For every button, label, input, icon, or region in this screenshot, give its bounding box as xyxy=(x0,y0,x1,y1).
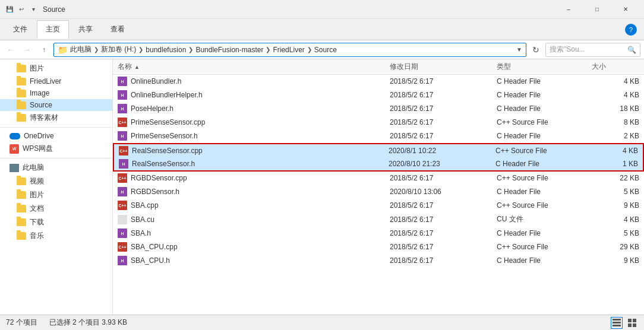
sidebar-item-onedrive[interactable]: OneDrive xyxy=(0,130,112,142)
help-button[interactable]: ? xyxy=(625,24,637,36)
pc-icon xyxy=(10,164,19,172)
sidebar: 图片 FriedLiver Image Source 博客素材 OneDrive… xyxy=(0,59,113,315)
file-icon-h: H xyxy=(118,104,127,113)
table-row[interactable]: H PrimeSenseSensor.h 2018/5/2 6:17 C Hea… xyxy=(113,129,644,143)
statusbar: 72 个项目 已选择 2 个项目 3.93 KB xyxy=(0,315,644,330)
properties-icon[interactable]: ▾ xyxy=(29,5,38,14)
file-date: 2018/5/2 6:17 xyxy=(390,229,497,237)
table-row[interactable]: H SBA_CPU.h 2018/5/2 6:17 C Header File … xyxy=(113,254,644,268)
file-date: 2018/5/2 6:17 xyxy=(390,174,497,182)
col-name[interactable]: 名称 ▲ xyxy=(118,62,390,72)
window-title: Source xyxy=(43,5,555,14)
file-name-cell: H RealSenseSensor.h xyxy=(119,159,389,169)
undo-icon[interactable]: ↩ xyxy=(17,5,26,14)
file-kind: C++ Source File xyxy=(497,201,592,210)
path-part-2[interactable]: bundlefusion xyxy=(146,46,186,54)
table-row[interactable]: C++ SBA_CPU.cpp 2018/5/2 6:17 C++ Source… xyxy=(113,240,644,254)
tab-home[interactable]: 主页 xyxy=(37,20,69,39)
path-part-4[interactable]: FriedLiver xyxy=(273,46,304,54)
sidebar-item-image[interactable]: Image xyxy=(0,87,112,99)
sidebar-item-pics[interactable]: 图片 xyxy=(0,188,112,202)
tab-view[interactable]: 查看 xyxy=(102,21,133,38)
selected-items: 已选择 2 个项目 3.93 KB xyxy=(49,318,127,328)
path-sep-4: ❯ xyxy=(307,46,312,53)
file-name-cell: C++ PrimeSenseSensor.cpp xyxy=(118,118,390,127)
table-row[interactable]: C++ PrimeSenseSensor.cpp 2018/5/2 6:17 C… xyxy=(113,116,644,129)
sidebar-item-label: OneDrive xyxy=(24,132,54,140)
file-date: 2018/5/2 6:17 xyxy=(390,118,497,126)
maximize-button[interactable]: □ xyxy=(583,0,611,19)
sidebar-item-label: 文档 xyxy=(30,204,44,214)
path-part-3[interactable]: BundleFusion-master xyxy=(195,46,263,54)
file-kind: C Header File xyxy=(497,188,592,196)
table-row[interactable]: H PoseHelper.h 2018/5/2 6:17 C Header Fi… xyxy=(113,102,644,116)
sidebar-item-blog[interactable]: 博客素材 xyxy=(0,111,112,125)
sidebar-item-downloads[interactable]: 下载 xyxy=(0,215,112,229)
sidebar-item-docs[interactable]: 文档 xyxy=(0,202,112,215)
col-date[interactable]: 修改日期 xyxy=(390,62,497,72)
sidebar-item-music[interactable]: 音乐 xyxy=(0,229,112,243)
table-row[interactable]: C++ SBA.cpp 2018/5/2 6:17 C++ Source Fil… xyxy=(113,199,644,212)
table-row[interactable]: H OnlineBundler.h 2018/5/2 6:17 C Header… xyxy=(113,75,644,88)
address-path[interactable]: 📁 此电脑 ❯ 新加卷 (H:) ❯ bundlefusion ❯ Bundle… xyxy=(53,43,526,57)
sidebar-item-label: 图片 xyxy=(30,64,44,74)
file-size: 9 KB xyxy=(592,256,639,265)
path-part-0[interactable]: 此电脑 xyxy=(70,45,91,55)
sidebar-item-thispc[interactable]: 此电脑 xyxy=(0,161,112,174)
close-button[interactable]: ✕ xyxy=(612,0,639,19)
file-size: 8 KB xyxy=(592,118,639,126)
large-icons-view-button[interactable] xyxy=(626,317,638,329)
back-button[interactable]: ← xyxy=(4,43,18,57)
col-date-label: 修改日期 xyxy=(390,62,418,72)
file-icon-h: H xyxy=(118,187,127,196)
file-kind: C++ Source File xyxy=(497,243,592,251)
file-kind: C Header File xyxy=(497,104,592,113)
sidebar-item-wpsdisk[interactable]: W WPS网盘 xyxy=(0,142,112,156)
file-icon-h: H xyxy=(118,256,127,265)
forward-button[interactable]: → xyxy=(20,43,34,57)
file-icon-h: H xyxy=(118,131,127,141)
search-icon[interactable]: 🔍 xyxy=(627,46,636,54)
file-date: 2018/5/2 6:17 xyxy=(390,132,497,140)
file-name-cell: H PrimeSenseSensor.h xyxy=(118,131,390,141)
col-type[interactable]: 类型 xyxy=(497,62,592,72)
details-view-button[interactable] xyxy=(611,317,623,329)
file-name: RealSenseSensor.cpp xyxy=(132,147,203,155)
sidebar-item-label: 下载 xyxy=(30,217,44,227)
file-icon-cpp: C++ xyxy=(118,242,127,252)
sidebar-item-source[interactable]: Source xyxy=(0,99,112,111)
search-placeholder: 搜索"Sou... xyxy=(550,45,585,55)
table-row[interactable]: C++ RGBDSensor.cpp 2018/5/2 6:17 C++ Sou… xyxy=(113,172,644,185)
folder-icon xyxy=(17,78,26,85)
table-row[interactable]: SBA.cu 2018/5/2 6:17 CU 文件 4 KB xyxy=(113,212,644,227)
file-size: 1 KB xyxy=(591,160,638,168)
table-row[interactable]: C++ RealSenseSensor.cpp 2020/8/1 10:22 C… xyxy=(113,143,644,157)
file-kind: C Header File xyxy=(497,132,592,140)
path-part-5[interactable]: Source xyxy=(314,46,337,54)
col-type-label: 类型 xyxy=(497,62,511,72)
file-name: RGBDSensor.h xyxy=(131,188,179,196)
file-icon-cpp: C++ xyxy=(119,146,128,156)
path-part-1[interactable]: 新加卷 (H:) xyxy=(101,45,136,55)
path-dropdown-icon[interactable]: ▼ xyxy=(516,46,522,53)
sidebar-item-label: Image xyxy=(30,89,49,97)
file-size: 4 KB xyxy=(592,77,639,85)
table-row[interactable]: H OnlineBundlerHelper.h 2018/5/2 6:17 C … xyxy=(113,88,644,102)
tab-file[interactable]: 文件 xyxy=(5,21,36,38)
table-row[interactable]: H RealSenseSensor.h 2020/8/10 21:23 C He… xyxy=(113,157,644,172)
tab-share[interactable]: 共享 xyxy=(70,21,101,38)
search-box[interactable]: 搜索"Sou... 🔍 xyxy=(545,43,640,57)
table-row[interactable]: H RGBDSensor.h 2020/8/10 13:06 C Header … xyxy=(113,185,644,199)
table-row[interactable]: H SBA.h 2018/5/2 6:17 C Header File 5 KB xyxy=(113,227,644,240)
sidebar-item-video[interactable]: 视频 xyxy=(0,174,112,188)
sidebar-item-pictures[interactable]: 图片 xyxy=(0,62,112,75)
file-size: 2 KB xyxy=(592,132,639,140)
sidebar-item-friedliver[interactable]: FriedLiver xyxy=(0,75,112,87)
col-size[interactable]: 大小 xyxy=(592,62,639,72)
minimize-button[interactable]: – xyxy=(555,0,582,19)
up-button[interactable]: ↑ xyxy=(37,43,51,57)
file-list: 名称 ▲ 修改日期 类型 大小 H OnlineBundler.h 2018/5… xyxy=(113,59,644,315)
refresh-button[interactable]: ↻ xyxy=(529,43,543,57)
file-size: 22 KB xyxy=(592,174,639,182)
file-kind: C Header File xyxy=(497,77,592,85)
